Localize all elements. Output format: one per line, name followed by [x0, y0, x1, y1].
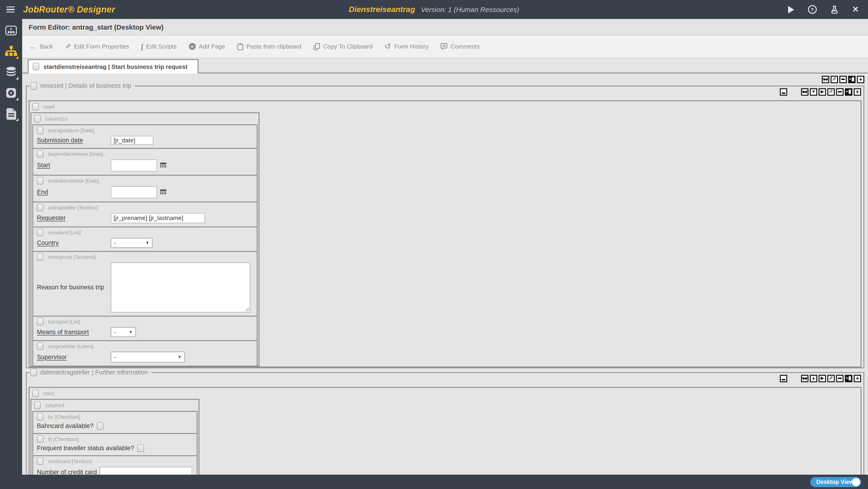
add-icon[interactable]: + [854, 88, 861, 95]
remove-icon[interactable] [839, 76, 847, 83]
comments-icon [441, 43, 447, 50]
sidebar-item-database[interactable] [4, 66, 18, 78]
field-select-checkbox[interactable] [37, 435, 43, 443]
field-select-checkbox[interactable] [37, 318, 43, 325]
start-date-input[interactable] [111, 159, 157, 171]
collapse-icon[interactable] [780, 88, 787, 95]
requester-input[interactable] [111, 213, 205, 223]
transport-select[interactable]: - ▼ [111, 327, 136, 337]
field-select-checkbox[interactable] [37, 127, 43, 134]
pencil-icon: ✎ [65, 43, 71, 50]
field-select-checkbox[interactable] [37, 229, 43, 236]
row-header: row4 [30, 101, 861, 112]
field-label: Country [37, 239, 111, 246]
add-icon[interactable]: + [854, 375, 861, 382]
calendar-icon[interactable] [160, 189, 166, 195]
move-up-icon[interactable]: ▲ [810, 375, 817, 382]
column-container: column4 bc [Checkbox] Bahncard available… [30, 399, 199, 475]
paste-from-clipboard-button[interactable]: Paste from clipboard [237, 43, 301, 50]
copy-to-clipboard-button[interactable]: Copy To Clipboard [313, 43, 372, 50]
supervisor-select[interactable]: - ▼ [111, 351, 185, 362]
field-label: Start [37, 162, 111, 169]
field-select-checkbox[interactable] [37, 253, 43, 261]
copy-icon [313, 43, 320, 50]
bahncard-checkbox[interactable] [97, 422, 104, 430]
row-select-checkbox[interactable] [32, 103, 39, 110]
reason-textarea[interactable] [111, 262, 250, 312]
add-icon[interactable]: + [857, 76, 864, 83]
page-title: Form Editor: antrag_start (Desktop View) [29, 23, 164, 31]
field-meta-label: antragsdatum [Date] [48, 127, 94, 133]
sidebar-item-settings[interactable] [4, 87, 18, 99]
insert-icon[interactable] [845, 88, 852, 95]
remove-icon[interactable] [836, 375, 843, 382]
end-date-input[interactable] [111, 186, 157, 198]
column-header: column10 [31, 113, 258, 124]
copy-to-clipboard-label: Copy To Clipboard [323, 43, 372, 50]
frequent-traveller-checkbox[interactable] [137, 444, 144, 452]
row-container: row1 column4 bc [Checkbox] [29, 386, 862, 475]
tab-select-checkbox[interactable] [33, 63, 39, 70]
toggle-knob[interactable] [852, 478, 860, 486]
field-select-checkbox[interactable] [37, 177, 43, 184]
comments-label: Comments [451, 43, 480, 50]
chevron-down-icon: ▼ [178, 355, 181, 359]
glasses-icon[interactable] [822, 76, 829, 83]
field-row-reisegrund: reisegrund [Textarea] Reason for busines… [32, 251, 258, 316]
sidebar-item-documents[interactable] [4, 108, 18, 120]
insert-icon[interactable] [845, 375, 852, 382]
document-icon [6, 108, 16, 119]
credit-card-input[interactable] [100, 467, 192, 475]
insert-icon[interactable] [848, 76, 856, 83]
help-icon[interactable]: ? [808, 5, 817, 14]
field-select-checkbox[interactable] [37, 150, 43, 157]
desktop-view-toggle[interactable]: Desktop View [810, 477, 861, 487]
field-meta-label: bc [Checkbox] [48, 414, 80, 420]
field-select-checkbox[interactable] [37, 458, 43, 465]
sidebar-item-designer[interactable] [4, 45, 18, 57]
collapse-icon[interactable] [780, 375, 787, 382]
comments-button[interactable]: Comments [441, 43, 480, 50]
glasses-icon[interactable] [801, 88, 808, 95]
field-label: Supervisor [37, 353, 111, 360]
tab-startdienstreiseantrag[interactable]: startdienstreiseantrag | Start business … [28, 59, 198, 73]
topbar-actions: ? ✕ [788, 5, 859, 14]
edit-icon[interactable]: ✎ [831, 76, 838, 83]
move-down-icon[interactable]: ▼ [810, 88, 817, 95]
move-right-icon[interactable]: ▶ [818, 88, 826, 95]
country-select[interactable]: - ▼ [111, 238, 152, 248]
fieldset-select-checkbox[interactable] [30, 82, 37, 89]
submission-date-input[interactable] [111, 136, 153, 144]
menu-icon[interactable] [6, 5, 15, 14]
history-icon: ↺ [384, 43, 391, 51]
sidebar-item-workflow[interactable] [4, 25, 18, 36]
calendar-icon[interactable] [160, 163, 166, 168]
chevron-down-icon: ▼ [146, 240, 149, 245]
form-history-button[interactable]: ↺ Form History [384, 43, 429, 51]
glasses-icon[interactable] [801, 375, 808, 382]
edit-icon[interactable]: ✎ [827, 375, 835, 382]
edit-icon[interactable]: ✎ [827, 88, 835, 95]
column-select-checkbox[interactable] [34, 401, 41, 409]
close-icon[interactable]: ✕ [852, 5, 859, 13]
flask-icon[interactable] [831, 5, 838, 13]
play-icon[interactable] [788, 6, 794, 13]
top-bar: JobRouter® Designer Dienstreiseantrag Ve… [0, 0, 868, 19]
field-meta-label: endedienstreise [Date] [48, 178, 99, 183]
field-select-checkbox[interactable] [37, 343, 43, 350]
fieldset-select-checkbox[interactable] [30, 369, 37, 376]
field-select-checkbox[interactable] [37, 413, 43, 421]
move-right-icon[interactable]: ▶ [818, 375, 826, 382]
field-select-checkbox[interactable] [37, 204, 43, 211]
remove-icon[interactable] [836, 88, 843, 95]
corner-indicator [16, 97, 19, 100]
edit-scripts-button[interactable]: ∫ Edit Scripts [141, 43, 177, 50]
row-select-checkbox[interactable] [32, 390, 39, 397]
field-meta-label: transport [List] [48, 319, 80, 324]
field-label: Frequent traveller status available? [37, 444, 134, 452]
corner-indicator [16, 118, 19, 121]
add-page-button[interactable]: + Add Page [189, 43, 225, 50]
column-select-checkbox[interactable] [34, 115, 41, 122]
edit-form-properties-button[interactable]: ✎ Edit Form Properties [65, 43, 129, 50]
back-button[interactable]: ← Back [30, 43, 53, 50]
